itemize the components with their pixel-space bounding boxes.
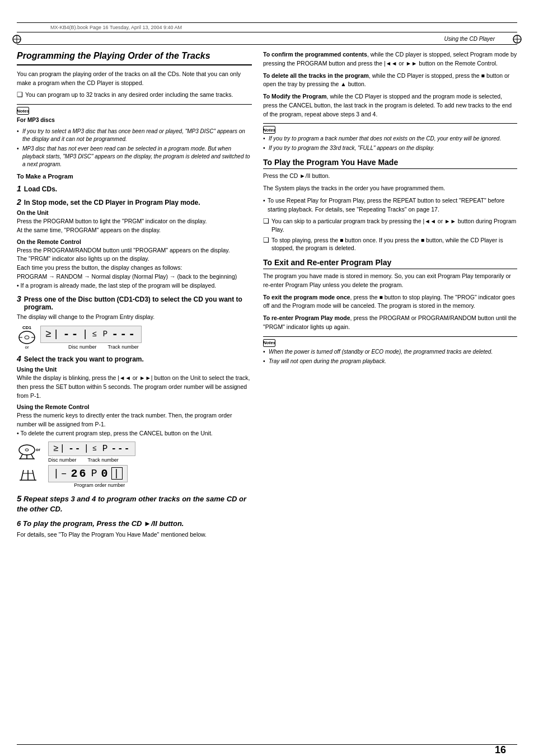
svg-line-25 — [32, 470, 35, 480]
step6-number: 6 — [17, 519, 21, 528]
notes-right-bullet-1: If you try to program a track number tha… — [263, 135, 517, 143]
to-exit-item1: To exit the program mode once, press the… — [263, 293, 517, 311]
notes-box-exit: Notes When the power is turned off (stan… — [263, 336, 517, 365]
checkbox-tracks-text: You can program up to 32 tracks in any d… — [25, 91, 233, 99]
svg-point-13 — [25, 336, 29, 339]
to-exit-item2: To re-enter Program Play mode, press the… — [263, 314, 517, 332]
file-info-text: MX-KB4(B).book Page 16 Tuesday, April 13… — [50, 25, 182, 30]
step2-remote-body: Press the PROGRAM/RANDOM button until "P… — [17, 246, 252, 290]
corner-mark-tr — [512, 34, 523, 45]
display-step3-segments: ≥|--|≤P--- Disc number Track number — [40, 326, 142, 350]
notes-header-mp3: Notes — [17, 107, 252, 115]
caption-disc: Disc number — [68, 344, 97, 350]
page-header: Using the CD Player — [17, 32, 517, 45]
display-step4: or ≥|--|≤P--- Disc number Track number — [17, 442, 252, 488]
notes-icon-mp3: Notes — [17, 107, 29, 115]
step1-heading: 1 Load CDs. — [17, 184, 252, 193]
corner-mark-tl — [11, 34, 22, 45]
modify-bold: To Modify the Program — [263, 93, 327, 100]
left-column: Programming the Playing Order of the Tra… — [17, 50, 252, 543]
step3-subtext: The display will change to the Program E… — [17, 313, 252, 322]
display-step3-screen: ≥|--|≤P--- — [40, 326, 142, 343]
step2-unit-heading: On the Unit — [17, 209, 252, 216]
notes-icon-right: Notes — [263, 126, 275, 134]
page-number: 16 — [495, 744, 506, 756]
display-step3: CD1 or ≥|--|≤P--- — [17, 325, 252, 350]
intro-text: You can program the playing order of the… — [17, 70, 252, 88]
to-exit-body: The program you have made is stored in m… — [263, 272, 517, 290]
step4-unit-heading: Using the Unit — [17, 366, 252, 373]
step4-remote-body: Press the numeric keys to directly enter… — [17, 411, 252, 438]
display-step4-row2: |–26P0| Program order number — [17, 465, 128, 488]
notes-icon-exit: Notes — [263, 339, 275, 347]
modify-text: To Modify the Program, while the CD Play… — [263, 92, 517, 119]
to-play-checkbox2: To stop playing, press the ■ button once… — [263, 236, 517, 252]
notes-box-right: Notes If you try to program a track numb… — [263, 123, 517, 152]
right-column: To confirm the programmed contents, whil… — [263, 50, 517, 543]
notes-body-exit: When the power is turned off (standby or… — [263, 348, 517, 365]
to-play-checkbox1: You can skip to a particular program tra… — [263, 217, 517, 233]
step3-text: Press one of the Disc button (CD1-CD3) t… — [24, 295, 252, 311]
caption-track: Track number — [108, 344, 139, 350]
notes-body-mp3: If you try to select a MP3 disc that has… — [17, 128, 252, 168]
step6-text: To play the program, Press the CD ►/II b… — [23, 519, 184, 528]
step5-number: 5 — [17, 494, 21, 503]
notes-bullet-2: MP3 disc that has not ever been read can… — [17, 145, 252, 168]
step4-text: Select the track you want to program. — [24, 355, 144, 363]
bottom-line — [17, 744, 517, 745]
notes-header-right: Notes — [263, 126, 517, 134]
step1-text: Load CDs. — [24, 185, 57, 193]
svg-line-18 — [20, 454, 22, 459]
display-step3-row: CD1 or ≥|--|≤P--- — [17, 325, 142, 350]
display-step4-screen1: ≥|--|≤P--- — [48, 442, 135, 456]
step1-number: 1 — [17, 184, 21, 193]
svg-line-20 — [31, 454, 34, 459]
display-step4-row2-spacer — [17, 469, 45, 483]
delete-all-bold: To delete all the tracks in the program — [263, 72, 369, 79]
subsection-heading: To Make a Program — [17, 173, 252, 180]
step2-unit-body: Press the PROGRAM button to light the "P… — [17, 217, 252, 235]
svg-point-16 — [19, 445, 35, 455]
confirm-text: To confirm the programmed contents, whil… — [263, 50, 517, 68]
caption-disc-2: Disc number — [48, 457, 77, 463]
main-content: Programming the Playing Order of the Tra… — [17, 45, 517, 548]
delete-all-text: To delete all the tracks in the program,… — [263, 72, 517, 90]
step4-number: 4 — [17, 354, 21, 363]
notes-exit-bullet-1: When the power is turned off (standby or… — [263, 348, 517, 356]
step3-heading: 3 Press one of the Disc button (CD1-CD3)… — [17, 294, 252, 311]
display-step4-screens: ≥|--|≤P--- Disc number Track number — [48, 442, 135, 463]
to-play-heading: To Play the Program You Have Made — [263, 158, 517, 169]
to-exit-bold1: To exit the program mode once — [263, 294, 350, 300]
notes-header-exit: Notes — [263, 339, 517, 347]
display-step4-caption1: Disc number Track number — [48, 457, 135, 463]
checkbox-item-tracks: You can program up to 32 tracks in any d… — [17, 91, 252, 100]
section-title: Programming the Playing Order of the Tra… — [17, 50, 252, 65]
to-play-body2: The System plays the tracks in the order… — [263, 184, 517, 193]
step2-text: In Stop mode, set the CD Player in Progr… — [24, 199, 200, 206]
to-play-checkbox1-text: You can skip to a particular program tra… — [271, 217, 517, 233]
step2-number: 2 — [17, 198, 21, 206]
caption-track-2: Track number — [88, 457, 119, 463]
disc-icon-step3: CD1 or — [17, 325, 37, 350]
step2-remote-heading: On the Remote Control — [17, 238, 252, 245]
to-play-bullet1: • To use Repeat Play for Program Play, p… — [263, 196, 517, 214]
step4-remote-heading: Using the Remote Control — [17, 403, 252, 410]
disc-icon-step4: or — [17, 443, 45, 461]
to-exit-bold2: To re-enter Program Play mode — [263, 314, 350, 321]
notes-exit-bullet-2: Tray will not open during the program pl… — [263, 358, 517, 365]
display-step4-row1: or ≥|--|≤P--- Disc number Track number — [17, 442, 135, 463]
step5-heading: 5 Repeat steps 3 and 4 to program other … — [17, 492, 252, 514]
notes-body-right: If you try to program a track number tha… — [263, 135, 517, 152]
step6-subtext: For details, see "To Play the Program Yo… — [17, 530, 252, 539]
notes-right-bullet-2: If you try to program the 33rd track, "F… — [263, 144, 517, 152]
step5-text: Repeat steps 3 and 4 to program other tr… — [17, 495, 246, 513]
display-step4-screen2-wrapper: |–26P0| Program order number — [48, 465, 128, 488]
svg-line-23 — [21, 470, 24, 480]
step2-heading: 2 In Stop mode, set the CD Player in Pro… — [17, 198, 252, 206]
confirm-bold: To confirm the programmed contents — [263, 51, 367, 58]
display-step3-caption: Disc number Track number — [68, 344, 142, 350]
svg-text:or: or — [36, 447, 40, 452]
to-play-body1: Press the CD ►/II button. — [263, 172, 517, 181]
step4-heading: 4 Select the track you want to program. — [17, 354, 252, 363]
display-step4-caption2: Program order number — [48, 482, 128, 488]
